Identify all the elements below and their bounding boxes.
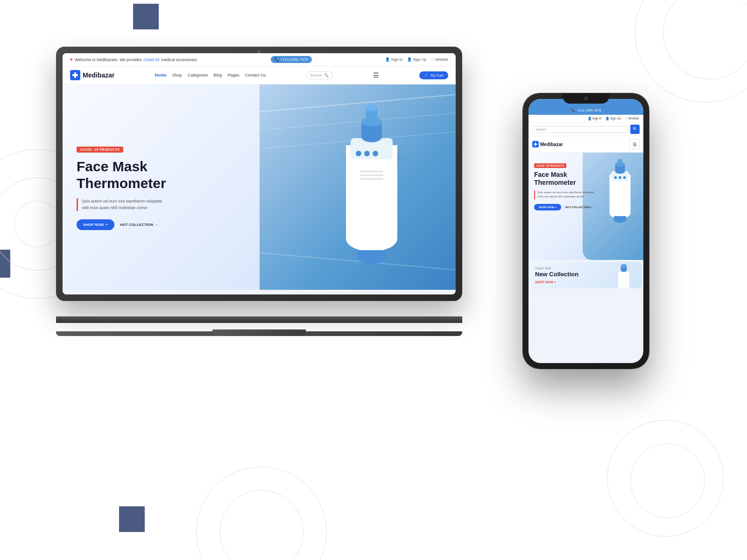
svg-rect-1: [72, 74, 78, 76]
cart-label: My Cart: [430, 73, 444, 77]
nav-home[interactable]: Home: [155, 73, 167, 77]
svg-rect-11: [360, 178, 383, 180]
phone-signup[interactable]: 👤 Sign Up: [606, 117, 621, 120]
phone-search-button[interactable]: 🔍: [630, 125, 640, 134]
laptop-screen: ♥ Welcome to Medibazare. We provides Cov…: [63, 53, 456, 294]
svg-point-25: [614, 176, 617, 179]
topbar-wishlist[interactable]: ♡ Wishlist: [431, 57, 448, 62]
nav-shop[interactable]: Shop: [172, 73, 182, 77]
phone-hero-buttons: SHOP NOW + HOT COLLECTION +: [534, 204, 599, 210]
search-icon: 🔍: [324, 73, 329, 77]
phone-sale-section: Super Sale New Collection SHOP NOW +: [530, 262, 641, 288]
svg-rect-31: [618, 159, 623, 166]
heart-icon: ♥: [70, 57, 73, 62]
phone-search-row: Search 🔍: [529, 123, 643, 136]
nav-categories[interactable]: Categories: [188, 73, 208, 77]
laptop-search-bar[interactable]: Search 🔍: [306, 71, 332, 79]
svg-rect-10: [360, 175, 383, 176]
nav-links: Home Shop Categories Blog Pages Contact …: [155, 73, 266, 77]
phone-hero: COVID -19 PRODUCTS Face Mask Thermometer…: [529, 153, 643, 260]
nav-blog[interactable]: Blog: [213, 73, 222, 77]
covid-badge: COVID -19 PRODUCTS: [77, 147, 123, 153]
phone-hero-desc: Quis autem vel eum iure reprehenin volup…: [534, 190, 599, 199]
phone-thermometer-image: [594, 157, 643, 227]
phone-signin[interactable]: 👤 Sign In: [588, 117, 602, 120]
phone-navbar: Medibazar ☰: [529, 136, 643, 153]
laptop-navbar: Medibazar Home Shop Categories Blog Page…: [63, 66, 456, 84]
svg-point-16: [366, 105, 377, 111]
laptop-topbar: ♥ Welcome to Medibazare. We provides Cov…: [63, 53, 456, 66]
phone-hamburger-icon[interactable]: ☰: [629, 139, 640, 149]
phone-covid-badge: COVID -19 PRODUCTS: [534, 163, 566, 168]
cart-icon: 🛒: [424, 73, 429, 77]
super-sale-label: Super Sale: [535, 266, 637, 270]
phone-hero-title: Face Mask Thermometer: [534, 171, 599, 187]
sale-shop-now[interactable]: SHOP NOW +: [535, 280, 637, 284]
hero-description: Quis autem vel eum iure reprehenin volup…: [77, 198, 166, 211]
phone-hero-content: COVID -19 PRODUCTS Face Mask Thermometer…: [534, 160, 599, 210]
covid-link[interactable]: Covid-19: [143, 57, 159, 62]
laptop-logo: Medibazar: [70, 70, 114, 80]
phone-logo: Medibazar: [532, 141, 563, 147]
phone-logo-icon: [532, 141, 539, 147]
hamburger-icon[interactable]: ☰: [373, 71, 379, 79]
sale-title: New Collection: [535, 271, 637, 278]
svg-point-6: [356, 151, 361, 156]
hot-collection-link[interactable]: HOT COLLECTION →: [120, 223, 158, 227]
hero-buttons: SHOP NOW + HOT COLLECTION →: [77, 219, 166, 230]
svg-point-27: [623, 176, 626, 179]
svg-rect-33: [614, 216, 627, 220]
svg-rect-20: [534, 144, 537, 145]
svg-point-26: [619, 176, 621, 179]
topbar-signin[interactable]: 👤 Sign In: [385, 57, 402, 62]
phone-button[interactable]: 📞 +123 (456) 7879: [271, 56, 312, 63]
logo-text: Medibazar: [83, 71, 114, 79]
phone-notch: [563, 93, 609, 104]
topbar-signup[interactable]: 👤 Sign Up: [407, 57, 426, 62]
hero-content: COVID -19 PRODUCTS Face Mask Thermometer…: [77, 144, 166, 230]
rest-text: medical accessories: [161, 57, 197, 62]
shop-arrow-icon: +: [106, 223, 108, 227]
svg-point-7: [364, 151, 370, 156]
phone-search-placeholder: Search: [536, 128, 546, 131]
svg-rect-18: [358, 250, 386, 259]
svg-point-8: [373, 151, 378, 156]
phone-wishlist[interactable]: ♡ Wishlist: [625, 117, 639, 120]
welcome-text: Welcome to Medibazare. We provides: [75, 57, 141, 62]
laptop-hero: COVID -19 PRODUCTS Face Mask Thermometer…: [63, 84, 456, 290]
laptop-body: ♥ Welcome to Medibazare. We provides Cov…: [56, 47, 462, 301]
thermometer-image: [325, 98, 418, 276]
phone-shop-now-button[interactable]: SHOP NOW +: [534, 204, 561, 210]
phone-screen: 📞 +123 (456) 7879 👤 Sign In 👤 Sign Up ♡ …: [529, 99, 643, 363]
shop-now-button[interactable]: SHOP NOW +: [77, 219, 114, 230]
phone-body: 📞 +123 (456) 7879 👤 Sign In 👤 Sign Up ♡ …: [523, 93, 649, 369]
phone-logo-text: Medibazar: [540, 142, 563, 147]
laptop-device: ♥ Welcome to Medibazare. We provides Cov…: [56, 47, 462, 336]
nav-pages[interactable]: Pages: [227, 73, 240, 77]
hot-arrow-icon: →: [155, 223, 158, 227]
phone-auth-row: 👤 Sign In 👤 Sign Up ♡ Wishlist: [529, 115, 643, 123]
svg-point-4: [346, 225, 397, 252]
cart-button[interactable]: 🛒 My Cart: [419, 71, 448, 79]
main-scene: ♥ Welcome to Medibazare. We provides Cov…: [0, 0, 747, 560]
phone-search-input[interactable]: Search: [532, 126, 628, 133]
svg-rect-9: [360, 171, 383, 172]
phone-number: +123 (456) 7879: [577, 109, 601, 112]
phone-device: 📞 +123 (456) 7879 👤 Sign In 👤 Sign Up ♡ …: [523, 93, 649, 373]
nav-contact[interactable]: Contact Us: [245, 73, 266, 77]
hero-title: Face Mask Thermometer: [77, 158, 166, 192]
search-placeholder: Search: [310, 73, 322, 77]
phone-hot-collection-link[interactable]: HOT COLLECTION +: [565, 206, 592, 209]
phone-icon: 📞: [275, 57, 279, 62]
phone-phone-icon: 📞: [571, 108, 575, 112]
sale-content: Super Sale New Collection SHOP NOW +: [535, 266, 637, 284]
logo-icon: [70, 70, 80, 80]
topbar-right: 👤 Sign In 👤 Sign Up ♡ Wishlist: [385, 57, 448, 62]
phone-search-icon: 🔍: [633, 127, 638, 132]
topbar-left: ♥ Welcome to Medibazare. We provides Cov…: [70, 57, 197, 62]
